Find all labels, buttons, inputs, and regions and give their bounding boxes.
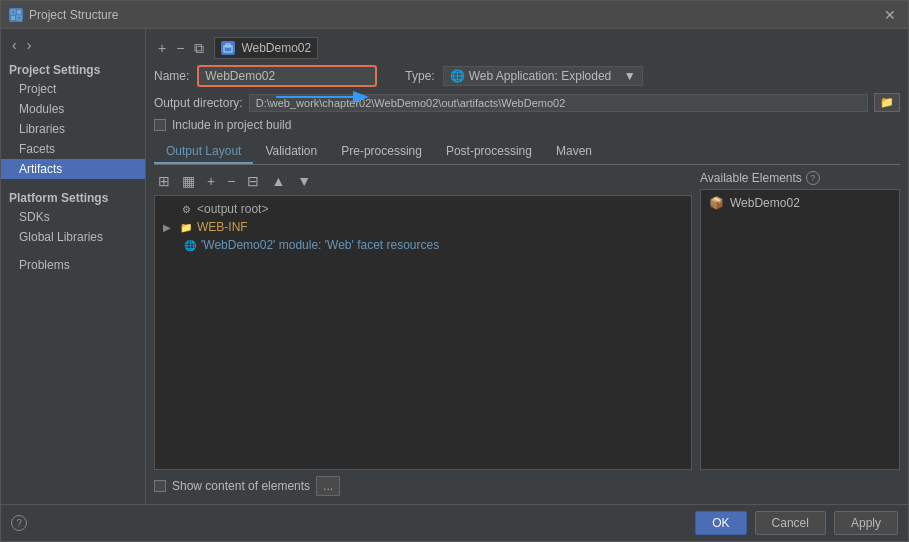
artifact-item-icon (221, 41, 235, 55)
artifact-toolbar: + − ⧉ (154, 38, 208, 59)
content-remove-button[interactable]: − (223, 171, 239, 191)
title-bar-left: Project Structure (9, 8, 118, 22)
output-dir-row: Output directory: 📁 (154, 93, 900, 112)
tree-label-web-inf: WEB-INF (197, 220, 248, 234)
nav-back-button[interactable]: ‹ (9, 36, 20, 54)
sidebar-divider (1, 179, 145, 187)
available-item-icon: 📦 (709, 196, 724, 210)
name-row: Name: Type: 🌐 Web Application: Exploded … (154, 65, 900, 87)
tabs-row: Output Layout Validation Pre-processing … (154, 140, 900, 165)
tab-maven[interactable]: Maven (544, 140, 604, 164)
sidebar-item-artifacts[interactable]: Artifacts (1, 159, 145, 179)
content-toolbar: ⊞ ▦ + − ⊟ ▲ ▼ (154, 171, 692, 191)
footer: ? OK Cancel Apply (1, 504, 908, 541)
show-content-checkbox[interactable] (154, 480, 166, 492)
sidebar-item-global-libraries[interactable]: Global Libraries (1, 227, 145, 247)
content-move-up-button[interactable]: ▲ (267, 171, 289, 191)
content-tool-list-button[interactable]: ▦ (178, 171, 199, 191)
artifact-toolbar-row: + − ⧉ WebDemo02 (154, 37, 900, 59)
sidebar-item-facets[interactable]: Facets (1, 139, 145, 159)
available-info-icon[interactable]: ? (806, 171, 820, 185)
type-value: Web Application: Exploded (469, 69, 612, 83)
svg-rect-0 (11, 10, 15, 14)
artifact-name: WebDemo02 (241, 41, 311, 55)
browse-dir-button[interactable]: 📁 (874, 93, 900, 112)
type-label: Type: (405, 69, 434, 83)
tree-icon-1: ⚙ (179, 202, 193, 216)
sidebar-nav: ‹ › (1, 33, 145, 57)
sidebar-item-sdks[interactable]: SDKs (1, 207, 145, 227)
tab-post-processing[interactable]: Post-processing (434, 140, 544, 164)
tab-validation[interactable]: Validation (253, 140, 329, 164)
svg-rect-1 (17, 10, 21, 14)
bottom-row: Show content of elements ... (154, 476, 900, 496)
tab-pre-processing[interactable]: Pre-processing (329, 140, 434, 164)
available-elements-panel: Available Elements ? 📦 WebDemo02 (700, 171, 900, 470)
sidebar-item-libraries[interactable]: Libraries (1, 119, 145, 139)
type-select[interactable]: 🌐 Web Application: Exploded ▼ (443, 66, 643, 86)
tree-expand-2: ▶ (163, 222, 175, 233)
tree-label-output-root: <output root> (197, 202, 268, 216)
content-tool-3-button[interactable]: ⊟ (243, 171, 263, 191)
include-in-build-label: Include in project build (172, 118, 291, 132)
sidebar-item-project[interactable]: Project (1, 79, 145, 99)
type-icon: 🌐 (450, 69, 465, 83)
tree-item-facet-resources[interactable]: 🌐 'WebDemo02' module: 'Web' facet resour… (159, 236, 687, 254)
sidebar-divider-2 (1, 247, 145, 255)
include-in-build-row: Include in project build (154, 118, 900, 132)
sidebar-item-modules[interactable]: Modules (1, 99, 145, 119)
tree-icon-2: 📁 (179, 220, 193, 234)
content-move-down-button[interactable]: ▼ (293, 171, 315, 191)
apply-button[interactable]: Apply (834, 511, 898, 535)
name-label: Name: (154, 69, 189, 83)
dots-button[interactable]: ... (316, 476, 340, 496)
copy-artifact-button[interactable]: ⧉ (190, 38, 208, 59)
output-dir-input[interactable] (249, 94, 868, 112)
tree-area[interactable]: ⚙ <output root> ▶ 📁 WEB-INF 🌐 (154, 195, 692, 470)
right-panel: + − ⧉ WebDemo02 (146, 29, 908, 504)
project-structure-dialog: Project Structure ✕ ‹ › Project Settings… (0, 0, 909, 542)
content-add-button[interactable]: + (203, 171, 219, 191)
svg-rect-3 (17, 16, 21, 20)
footer-right: OK Cancel Apply (695, 511, 898, 535)
dialog-icon (9, 8, 23, 22)
project-settings-label: Project Settings (1, 59, 145, 79)
tree-item-output-root[interactable]: ⚙ <output root> (159, 200, 687, 218)
add-artifact-button[interactable]: + (154, 38, 170, 59)
artifact-list-item[interactable]: WebDemo02 (214, 37, 318, 59)
ok-button[interactable]: OK (695, 511, 746, 535)
sidebar: ‹ › Project Settings Project Modules Lib… (1, 29, 146, 504)
available-item-label: WebDemo02 (730, 196, 800, 210)
footer-left: ? (11, 515, 27, 531)
svg-rect-2 (11, 16, 15, 20)
tree-icon-3: 🌐 (183, 238, 197, 252)
output-dir-label: Output directory: (154, 96, 243, 110)
show-content-label: Show content of elements (172, 479, 310, 493)
available-area[interactable]: 📦 WebDemo02 (700, 189, 900, 470)
tab-output-layout[interactable]: Output Layout (154, 140, 253, 164)
content-area: ⊞ ▦ + − ⊟ ▲ ▼ ⚙ (154, 171, 900, 470)
tree-label-facet-resources: 'WebDemo02' module: 'Web' facet resource… (201, 238, 439, 252)
available-item-webdemo02[interactable]: 📦 WebDemo02 (705, 194, 895, 212)
platform-settings-label: Platform Settings (1, 187, 145, 207)
include-in-build-checkbox[interactable] (154, 119, 166, 131)
available-label: Available Elements ? (700, 171, 900, 185)
help-button[interactable]: ? (11, 515, 27, 531)
sidebar-item-problems[interactable]: Problems (1, 255, 145, 275)
title-bar: Project Structure ✕ (1, 1, 908, 29)
dialog-title: Project Structure (29, 8, 118, 22)
cancel-button[interactable]: Cancel (755, 511, 826, 535)
type-dropdown-arrow: ▼ (624, 69, 636, 83)
main-content: ‹ › Project Settings Project Modules Lib… (1, 29, 908, 504)
close-button[interactable]: ✕ (880, 7, 900, 23)
right-panel-wrapper: + − ⧉ WebDemo02 (146, 29, 908, 504)
tree-item-web-inf[interactable]: ▶ 📁 WEB-INF (159, 218, 687, 236)
left-content: ⊞ ▦ + − ⊟ ▲ ▼ ⚙ (154, 171, 692, 470)
name-input[interactable] (197, 65, 377, 87)
nav-forward-button[interactable]: › (24, 36, 35, 54)
remove-artifact-button[interactable]: − (172, 38, 188, 59)
content-tool-grid-button[interactable]: ⊞ (154, 171, 174, 191)
